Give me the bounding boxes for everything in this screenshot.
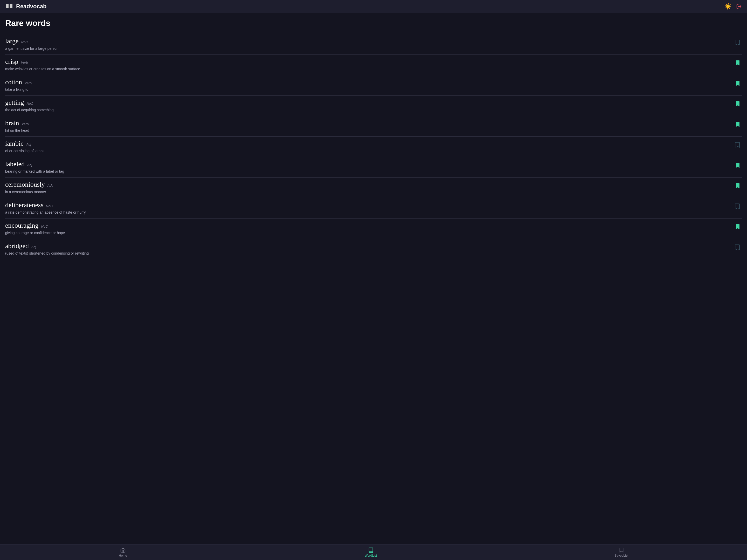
word-definition: (used of texts) shortened by condensing … xyxy=(5,251,729,256)
word-info: cottonVerbtake a liking to xyxy=(5,78,729,92)
word-definition: of or consisting of iambs xyxy=(5,148,729,154)
word-item: ceremoniouslyAdvin a ceremonious manner xyxy=(5,178,742,198)
word-definition: bearing or marked with a label or tag xyxy=(5,169,729,174)
word-header: crispVerb xyxy=(5,58,729,65)
theme-toggle-button[interactable]: ☀️ xyxy=(724,3,731,10)
word-pos: Adj xyxy=(26,142,31,146)
word-text: large xyxy=(5,37,19,45)
page-title: Rare words xyxy=(5,19,742,28)
word-info: ceremoniouslyAdvin a ceremonious manner xyxy=(5,181,729,195)
word-header: deliberatenessNoC xyxy=(5,201,729,209)
word-pos: Verb xyxy=(21,61,28,64)
bookmark-button[interactable] xyxy=(732,161,742,170)
bookmark-empty-icon xyxy=(735,244,740,250)
word-header: cottonVerb xyxy=(5,78,729,86)
bookmark-button[interactable] xyxy=(732,243,742,252)
word-text: brain xyxy=(5,119,19,127)
bookmark-button[interactable] xyxy=(732,79,742,88)
word-pos: NoC xyxy=(21,40,28,44)
header-right: ☀️ xyxy=(724,3,742,10)
logout-icon xyxy=(736,4,742,9)
bottom-nav: Home WordList SavedList xyxy=(0,544,747,560)
word-text: getting xyxy=(5,99,24,107)
bookmark-button[interactable] xyxy=(732,182,742,191)
word-item: crispVerbmake wrinkles or creases on a s… xyxy=(5,55,742,75)
header-left: Readvocab xyxy=(5,3,46,10)
word-text: abridged xyxy=(5,242,29,250)
bookmark-button[interactable] xyxy=(732,59,742,68)
word-info: brainVerbhit on the head xyxy=(5,119,729,133)
word-info: crispVerbmake wrinkles or creases on a s… xyxy=(5,58,729,72)
word-info: largeNoCa garment size for a large perso… xyxy=(5,37,729,51)
word-header: abridgedAdj xyxy=(5,242,729,250)
bookmark-empty-icon xyxy=(735,203,740,210)
word-info: encouragingNoCgiving courage or confiden… xyxy=(5,222,729,236)
word-pos: Adj xyxy=(31,245,36,249)
word-info: gettingNoCthe act of acquiring something xyxy=(5,99,729,113)
home-icon xyxy=(120,547,126,553)
sun-icon: ☀️ xyxy=(724,3,731,10)
wordlist-icon xyxy=(368,547,374,553)
word-text: labeled xyxy=(5,160,25,168)
page-content: Rare words largeNoCa garment size for a … xyxy=(0,13,747,560)
word-definition: hit on the head xyxy=(5,128,729,133)
word-header: encouragingNoC xyxy=(5,222,729,230)
word-header: iambicAdj xyxy=(5,140,729,148)
nav-wordlist-label: WordList xyxy=(365,554,377,557)
word-item: brainVerbhit on the head xyxy=(5,116,742,137)
bookmark-filled-icon xyxy=(735,60,740,66)
bookmark-empty-icon xyxy=(735,39,740,46)
word-pos: Verb xyxy=(25,81,32,85)
word-text: cotton xyxy=(5,78,22,86)
bookmark-button[interactable] xyxy=(732,120,742,129)
nav-home-label: Home xyxy=(119,554,127,557)
word-definition: a rate demonstrating an absence of haste… xyxy=(5,210,729,215)
bookmark-filled-icon xyxy=(735,101,740,107)
savedlist-icon xyxy=(619,547,624,553)
word-info: deliberatenessNoCa rate demonstrating an… xyxy=(5,201,729,215)
word-pos: Adj xyxy=(27,163,32,167)
bookmark-button[interactable] xyxy=(732,100,742,109)
word-definition: in a ceremonious manner xyxy=(5,189,729,195)
word-header: ceremoniouslyAdv xyxy=(5,181,729,188)
logout-button[interactable] xyxy=(736,4,742,9)
nav-home-button[interactable]: Home xyxy=(119,547,127,557)
bookmark-filled-icon xyxy=(735,121,740,128)
word-item: cottonVerbtake a liking to xyxy=(5,75,742,96)
word-info: abridgedAdj(used of texts) shortened by … xyxy=(5,242,729,256)
word-info: iambicAdjof or consisting of iambs xyxy=(5,140,729,154)
nav-savedlist-button[interactable]: SavedList xyxy=(615,547,628,557)
word-pos: Adv xyxy=(48,184,53,187)
word-text: encouraging xyxy=(5,222,38,230)
word-pos: NoC xyxy=(26,102,33,106)
bookmark-filled-icon xyxy=(735,80,740,87)
word-pos: Verb xyxy=(22,122,28,126)
word-header: labeledAdj xyxy=(5,160,729,168)
word-item: labeledAdjbearing or marked with a label… xyxy=(5,157,742,178)
word-header: gettingNoC xyxy=(5,99,729,107)
app-logo-icon xyxy=(5,3,13,10)
word-item: gettingNoCthe act of acquiring something xyxy=(5,96,742,116)
word-item: largeNoCa garment size for a large perso… xyxy=(5,34,742,55)
word-definition: a garment size for a large person xyxy=(5,46,729,51)
word-header: largeNoC xyxy=(5,37,729,45)
word-header: brainVerb xyxy=(5,119,729,127)
bookmark-filled-icon xyxy=(735,162,740,168)
word-definition: take a liking to xyxy=(5,87,729,92)
word-item: deliberatenessNoCa rate demonstrating an… xyxy=(5,198,742,218)
word-text: crisp xyxy=(5,58,19,65)
word-item: abridgedAdj(used of texts) shortened by … xyxy=(5,239,742,259)
bookmark-filled-icon xyxy=(735,224,740,230)
app-header: Readvocab ☀️ xyxy=(0,0,747,13)
word-item: iambicAdjof or consisting of iambs xyxy=(5,137,742,157)
bookmark-button[interactable] xyxy=(732,223,742,232)
svg-rect-2 xyxy=(8,4,9,8)
word-pos: NoC xyxy=(46,204,53,208)
nav-wordlist-button[interactable]: WordList xyxy=(365,547,377,557)
nav-savedlist-label: SavedList xyxy=(615,554,628,557)
app-title: Readvocab xyxy=(16,3,46,10)
bookmark-button[interactable] xyxy=(732,202,742,211)
bookmark-button[interactable] xyxy=(732,141,742,150)
svg-rect-1 xyxy=(9,4,12,8)
bookmark-button[interactable] xyxy=(732,38,742,48)
